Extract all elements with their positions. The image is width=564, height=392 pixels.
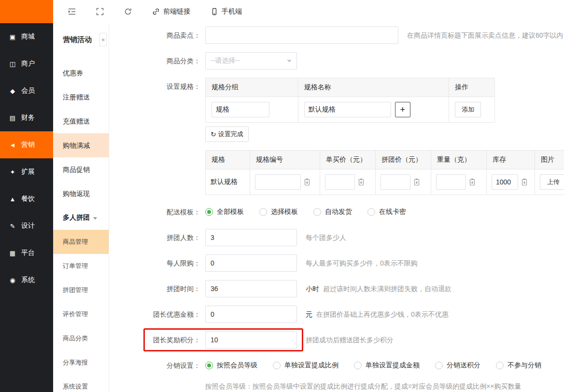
leader-points-input[interactable] <box>205 331 297 349</box>
delivery-template-label: 配送模板： <box>109 203 205 221</box>
purchase-limit-hint: 每人最多可购买多少件，0表示不限购 <box>306 254 418 272</box>
fill-down-icon[interactable] <box>521 178 528 186</box>
form-content: 商品卖点： 在商品详情页标题下面展示卖点信息，建议60字以内 商品分类： --请… <box>109 23 564 392</box>
sku-header-spec: 规格 <box>206 151 250 169</box>
sidebar-item-catering[interactable]: ▲ 餐饮 <box>0 185 53 212</box>
distribution-label: 分销设置： <box>109 357 205 374</box>
submenu-sub-share-poster[interactable]: 分享海报 <box>53 350 109 375</box>
leader-points-row: 团长奖励积分： 拼团成功后赠送团长多少积分 <box>109 331 564 349</box>
submenu-item-coupon[interactable]: 优惠券 <box>53 61 109 85</box>
submenu-sub-order-management[interactable]: 订单管理 <box>53 254 109 278</box>
selling-point-input[interactable] <box>205 27 398 44</box>
submenu-group-label: 多人拼团 <box>63 213 90 222</box>
sidebar-item-extension[interactable]: ✦ 扩展 <box>0 158 53 185</box>
submenu-title: 营销活动 « <box>53 29 109 50</box>
app-logo[interactable] <box>0 0 53 23</box>
collapse-menu-button[interactable] <box>68 8 76 15</box>
radio-distribution-points[interactable]: 分销送积分 <box>435 361 480 370</box>
sidebar-item-design[interactable]: ✎ 设计 <box>0 212 53 239</box>
leader-discount-unit: 元 <box>306 306 312 323</box>
radio-label: 全部模板 <box>217 208 244 216</box>
leader-discount-input[interactable] <box>205 306 297 323</box>
fullscreen-button[interactable] <box>96 8 104 15</box>
sku-upload-button[interactable]: 上传 <box>540 174 564 190</box>
submenu-item-shopping-discount[interactable]: 购物满减 <box>53 133 109 157</box>
fill-down-icon[interactable] <box>469 178 476 186</box>
radio-label: 单独设置提成金额 <box>366 361 420 370</box>
spec-group-input[interactable] <box>212 102 269 117</box>
spec-add-button[interactable]: 添加 <box>455 102 481 117</box>
group-size-input[interactable] <box>205 229 297 246</box>
group-time-unit: 小时 <box>306 280 319 297</box>
fill-down-icon[interactable] <box>413 178 420 186</box>
frontend-link-button[interactable]: 前端链接 <box>152 7 190 16</box>
sidebar-item-mall[interactable]: ▣ 商城 <box>0 23 53 50</box>
radio-custom-commission-amount[interactable]: 单独设置提成金额 <box>354 361 420 370</box>
leader-discount-row: 团长优惠金额： 元 在拼团价基础上再优惠多少钱，0表示不优惠 <box>109 306 564 323</box>
sku-header-stock: 库存 <box>487 151 535 169</box>
sidebar-item-label: 营销 <box>21 140 35 149</box>
purchase-limit-input[interactable] <box>205 254 297 272</box>
leader-discount-label: 团长优惠金额： <box>109 306 205 323</box>
sku-weight-input[interactable] <box>436 174 466 190</box>
sku-price-input[interactable] <box>325 174 355 190</box>
fill-down-icon[interactable] <box>358 178 365 186</box>
mobile-button[interactable]: 手机端 <box>211 7 242 16</box>
phone-icon <box>211 8 218 15</box>
radio-auto-delivery[interactable]: 自动发货 <box>313 208 352 216</box>
sidebar-item-platform[interactable]: ▦ 平台 <box>0 239 53 266</box>
sidebar-item-label: 平台 <box>21 249 35 257</box>
submenu-sub-group-management[interactable]: 拼团管理 <box>53 278 109 302</box>
radio-online-card[interactable]: 在线卡密 <box>367 208 406 216</box>
submenu-item-product-promotion[interactable]: 商品促销 <box>53 157 109 182</box>
sku-header-image: 图片 <box>535 151 564 169</box>
purchase-limit-label: 每人限购： <box>109 254 205 272</box>
group-time-input[interactable] <box>205 280 297 297</box>
sidebar-item-member[interactable]: ◆ 会员 <box>0 77 53 104</box>
sidebar-item-label: 会员 <box>21 86 35 95</box>
sku-code-input[interactable] <box>255 174 301 190</box>
sku-stock-input[interactable] <box>492 174 518 190</box>
system-icon: ◉ <box>9 277 16 284</box>
sku-header-price: 单买价（元） <box>320 151 376 169</box>
collapse-menu-icon <box>68 8 76 15</box>
fullscreen-icon <box>96 8 104 15</box>
sidebar-item-merchant[interactable]: ◫ 商户 <box>0 50 53 77</box>
radio-by-member-level[interactable]: 按照会员等级 <box>205 361 257 370</box>
main-sidebar: ▣ 商城 ◫ 商户 ◆ 会员 ▤ 财务 ◄ 营销 ✦ 扩展 ▲ 餐饮 ✎ 设计 <box>0 0 53 392</box>
submenu-sub-system-settings[interactable]: 系统设置 <box>53 375 109 392</box>
sidebar-item-marketing[interactable]: ◄ 营销 <box>0 131 53 158</box>
refresh-button[interactable] <box>124 8 132 15</box>
radio-custom-commission-rate[interactable]: 单独设置提成比例 <box>273 361 338 370</box>
radio-label: 不参与分销 <box>508 361 541 370</box>
radio-no-distribution[interactable]: 不参与分销 <box>496 361 541 370</box>
submenu-sub-product-management[interactable]: 商品管理 <box>53 230 109 254</box>
submenu-collapse-button[interactable]: « <box>99 33 107 46</box>
category-select[interactable]: --请选择-- <box>205 52 297 70</box>
submenu-item-register-gift[interactable]: 注册赠送 <box>53 85 109 109</box>
spec-plus-button[interactable]: + <box>395 102 410 117</box>
radio-all-templates[interactable]: 全部模板 <box>205 208 244 216</box>
spec-setting-row: 设置规格： 规格分组 规格名称 操作 <box>109 78 564 142</box>
submenu-group-groupbuy[interactable]: 多人拼团 <box>53 206 109 230</box>
spec-setting-table: 规格分组 规格名称 操作 + <box>205 78 495 123</box>
sku-spec-value: 默认规格 <box>211 178 238 185</box>
submenu-item-shopping-cashback[interactable]: 购物返现 <box>53 182 109 206</box>
group-size-label: 拼团人数： <box>109 229 205 246</box>
sku-group-price-input[interactable] <box>381 174 410 190</box>
sidebar-item-label: 商户 <box>21 59 35 68</box>
submenu-sub-product-category[interactable]: 商品分类 <box>53 326 109 350</box>
spec-name-input[interactable] <box>304 102 391 117</box>
chevron-down-icon <box>93 217 97 220</box>
sku-table-label <box>109 150 205 195</box>
selling-point-label: 商品卖点： <box>109 27 205 44</box>
sidebar-item-system[interactable]: ◉ 系统 <box>0 266 53 294</box>
link-icon <box>152 8 160 15</box>
submenu-item-recharge-gift[interactable]: 充值赠送 <box>53 109 109 133</box>
submenu-sub-review-management[interactable]: 评价管理 <box>53 302 109 326</box>
spec-done-button[interactable]: ↻ 设置完成 <box>205 126 249 142</box>
sidebar-item-finance[interactable]: ▤ 财务 <box>0 104 53 131</box>
spec-setting-label: 设置规格： <box>109 78 205 142</box>
radio-choose-template[interactable]: 选择模板 <box>259 208 298 216</box>
fill-down-icon[interactable] <box>304 178 310 186</box>
